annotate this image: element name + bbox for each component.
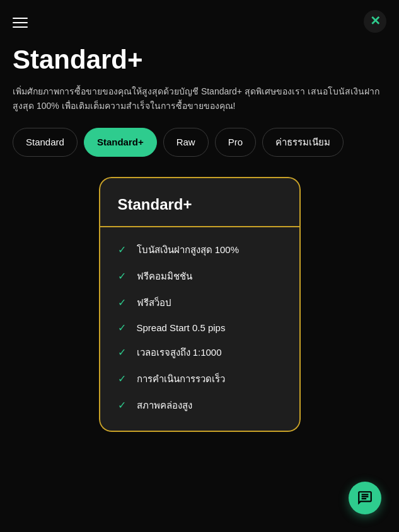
tab-raw[interactable]: Raw — [163, 128, 209, 157]
check-icon: ✓ — [118, 244, 128, 256]
svg-text:✕: ✕ — [370, 14, 381, 28]
feature-text: Spread Start 0.5 pips — [137, 322, 226, 333]
tab-pro[interactable]: Pro — [215, 128, 256, 157]
check-icon: ✓ — [118, 322, 128, 334]
feature-text: ฟรีคอมมิชชัน — [137, 269, 192, 284]
chat-button[interactable] — [349, 482, 381, 514]
feature-text: สภาพคล่องสูง — [137, 398, 192, 413]
feature-item: ✓ Spread Start 0.5 pips — [118, 322, 282, 334]
feature-item: ✓ สภาพคล่องสูง — [118, 398, 282, 413]
feature-item: ✓ ฟรีคอมมิชชัน — [118, 269, 282, 284]
check-icon: ✓ — [118, 270, 128, 282]
check-icon: ✓ — [118, 297, 128, 308]
feature-text: การคำเนินการรวดเร็ว — [137, 371, 225, 387]
feature-item: ✓ เวลอเรจสูงถึง 1:1000 — [118, 345, 282, 360]
feature-item: ✓ โบนัสเงินฝากสูงสุด 100% — [118, 242, 282, 258]
feature-item: ✓ ฟรีสว็อป — [118, 295, 282, 310]
header: ✕ — [0, 0, 399, 40]
card-title: Standard+ — [118, 196, 282, 213]
feature-list: ✓ โบนัสเงินฝากสูงสุด 100% ✓ ฟรีคอมมิชชัน… — [118, 242, 282, 413]
feature-text: ฟรีสว็อป — [137, 295, 171, 310]
menu-button[interactable] — [13, 18, 28, 28]
check-icon: ✓ — [118, 399, 128, 411]
feature-text: โบนัสเงินฝากสูงสุด 100% — [137, 242, 240, 258]
tab-standard[interactable]: Standard — [13, 128, 78, 157]
tab-fees[interactable]: ค่าธรรมเนียม — [262, 128, 344, 157]
feature-item: ✓ การคำเนินการรวดเร็ว — [118, 371, 282, 387]
tabs-container: Standard Standard+ Raw Pro ค่าธรรมเนียม — [0, 128, 399, 177]
logo-icon: ✕ — [364, 10, 386, 35]
feature-text: เวลอเรจสูงถึง 1:1000 — [137, 345, 222, 360]
check-icon: ✓ — [118, 373, 128, 385]
card-header: Standard+ — [99, 177, 301, 227]
page-description: เพิ่มศักยภาพการซื้อขายของคุณให้สูงสุดด้ว… — [0, 84, 399, 128]
card-body: ✓ โบนัสเงินฝากสูงสุด 100% ✓ ฟรีคอมมิชชัน… — [99, 227, 301, 432]
page-title: Standard+ — [0, 40, 399, 84]
check-icon: ✓ — [118, 346, 128, 358]
account-card: Standard+ ✓ โบนัสเงินฝากสูงสุด 100% ✓ ฟร… — [99, 177, 301, 432]
tab-standard-plus[interactable]: Standard+ — [84, 128, 157, 157]
main-content: Standard+ ✓ โบนัสเงินฝากสูงสุด 100% ✓ ฟร… — [0, 177, 399, 457]
